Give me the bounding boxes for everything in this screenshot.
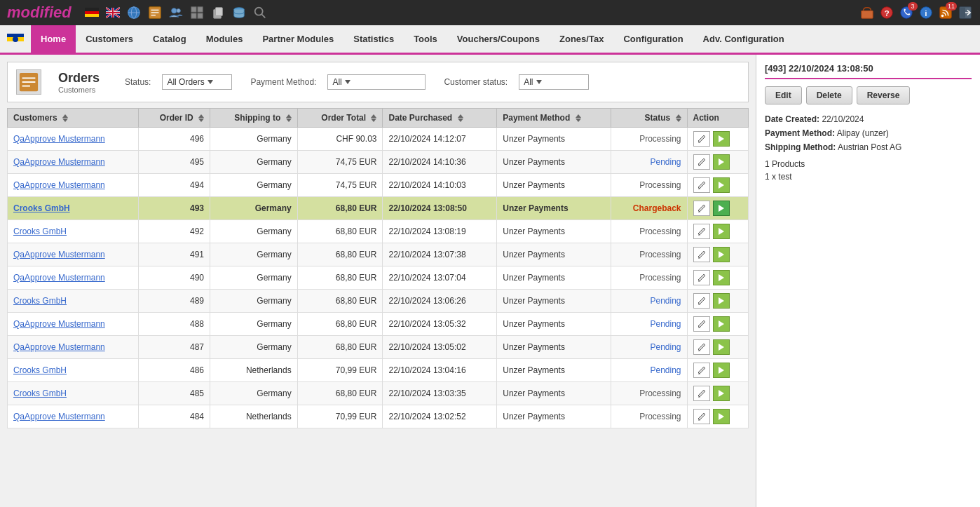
status-sort[interactable] xyxy=(676,114,681,122)
payment-method-filter[interactable]: All xyxy=(327,74,426,90)
edit-button[interactable] xyxy=(693,247,710,262)
status-sort-down[interactable] xyxy=(676,119,681,122)
edit-button[interactable] xyxy=(693,409,710,424)
shipping-sort[interactable] xyxy=(286,114,292,122)
edit-button[interactable] xyxy=(693,224,710,239)
total-sort-up[interactable] xyxy=(371,114,376,118)
edit-button[interactable] xyxy=(693,177,710,193)
uk-flag-icon[interactable] xyxy=(105,5,121,20)
search-icon[interactable] xyxy=(252,5,268,20)
nav-modules[interactable]: Modules xyxy=(196,25,253,53)
panel-edit-button[interactable]: Edit xyxy=(765,86,802,104)
table-row[interactable]: QaApprove Mustermann 490 Germany 68,80 E… xyxy=(8,266,749,290)
table-row[interactable]: QaApprove Mustermann 487 Germany 68,80 E… xyxy=(8,336,749,359)
shipping-sort-down[interactable] xyxy=(286,119,292,122)
table-row[interactable]: Crooks GmbH 492 Germany 68,80 EUR 22/10/… xyxy=(8,220,749,243)
date-sort-down[interactable] xyxy=(458,119,463,122)
customers-sort-down[interactable] xyxy=(62,119,68,122)
orders-icon[interactable] xyxy=(147,5,163,20)
payment-sort[interactable] xyxy=(576,114,581,122)
table-row[interactable]: QaApprove Mustermann 488 Germany 68,80 E… xyxy=(8,313,749,336)
customers-sort[interactable] xyxy=(62,114,68,122)
nav-tools[interactable]: Tools xyxy=(404,25,447,53)
go-button[interactable] xyxy=(713,177,730,193)
nav-vouchers-coupons[interactable]: Vouchers/Coupons xyxy=(447,25,550,53)
help-icon[interactable]: ? xyxy=(879,5,894,20)
go-button[interactable] xyxy=(713,409,730,424)
payment-method-select[interactable]: All xyxy=(327,74,426,90)
nav-zones-tax[interactable]: Zones/Tax xyxy=(550,25,613,53)
rss-icon[interactable]: 11 xyxy=(938,5,953,20)
date-sort[interactable] xyxy=(458,114,463,122)
total-sort-down[interactable] xyxy=(371,119,376,122)
database-icon[interactable] xyxy=(231,5,247,20)
status-filter[interactable]: All Orders xyxy=(162,74,232,90)
phone-icon[interactable]: 3 xyxy=(899,5,914,20)
table-row[interactable]: Crooks GmbH 486 Netherlands 70,99 EUR 22… xyxy=(8,359,749,382)
edit-button[interactable] xyxy=(693,201,710,216)
status-select[interactable]: All Orders xyxy=(162,74,232,90)
edit-button[interactable] xyxy=(693,386,710,401)
go-button[interactable] xyxy=(713,293,730,309)
status-sort-up[interactable] xyxy=(676,114,681,118)
table-row[interactable]: QaApprove Mustermann 484 Netherlands 70,… xyxy=(8,405,749,428)
table-row[interactable]: QaApprove Mustermann 494 Germany 74,75 E… xyxy=(8,174,749,197)
nav-catalog[interactable]: Catalog xyxy=(143,25,196,53)
users-icon[interactable] xyxy=(168,5,184,20)
customers-sort-up[interactable] xyxy=(62,114,68,118)
edit-button[interactable] xyxy=(693,270,710,285)
edit-button[interactable] xyxy=(693,154,710,170)
panel-products: 1 Products 1 x test xyxy=(765,159,972,182)
go-button[interactable] xyxy=(713,339,730,355)
go-button[interactable] xyxy=(713,131,730,147)
orderid-sort-down[interactable] xyxy=(198,119,204,122)
table-row[interactable]: Crooks GmbH 489 Germany 68,80 EUR 22/10/… xyxy=(8,290,749,313)
edit-button[interactable] xyxy=(693,316,710,332)
copy-icon[interactable] xyxy=(210,5,226,20)
svg-marker-61 xyxy=(719,367,724,374)
go-button[interactable] xyxy=(713,316,730,332)
payment-sort-up[interactable] xyxy=(576,114,581,118)
go-button[interactable] xyxy=(713,270,730,285)
nav-customers[interactable]: Customers xyxy=(76,25,143,53)
table-row[interactable]: Crooks GmbH 493 Germany 68,80 EUR 22/10/… xyxy=(8,197,749,220)
nav-configuration[interactable]: Configuration xyxy=(613,25,693,53)
globe-icon[interactable] xyxy=(126,5,142,20)
go-button[interactable] xyxy=(713,386,730,401)
info-icon[interactable]: i xyxy=(918,5,934,20)
go-button[interactable] xyxy=(713,247,730,262)
table-row[interactable]: Crooks GmbH 485 Germany 68,80 EUR 22/10/… xyxy=(8,382,749,405)
nav-adv-configuration[interactable]: Adv. Configuration xyxy=(693,25,794,53)
go-button[interactable] xyxy=(713,154,730,170)
nav-home[interactable]: Home xyxy=(31,25,76,53)
date-sort-up[interactable] xyxy=(458,114,463,118)
customer-status-select[interactable]: All xyxy=(519,74,589,90)
de-flag-icon[interactable] xyxy=(84,5,100,20)
edit-button[interactable] xyxy=(693,363,710,378)
payment-sort-down[interactable] xyxy=(576,119,581,122)
table-body: QaApprove Mustermann 496 Germany CHF 90.… xyxy=(8,128,749,428)
customer-status-filter[interactable]: All xyxy=(519,74,589,90)
shipping-sort-up[interactable] xyxy=(286,114,292,118)
shop-icon[interactable] xyxy=(859,5,875,20)
edit-button[interactable] xyxy=(693,131,710,147)
cell-status: Processing xyxy=(611,220,687,243)
logout-icon[interactable] xyxy=(958,5,973,20)
panel-delete-button[interactable]: Delete xyxy=(806,86,852,104)
orderid-sort-up[interactable] xyxy=(198,114,204,118)
edit-button[interactable] xyxy=(693,293,710,309)
layout-icon[interactable] xyxy=(189,5,205,20)
table-row[interactable]: QaApprove Mustermann 491 Germany 68,80 E… xyxy=(8,243,749,266)
total-sort[interactable] xyxy=(371,114,376,122)
cell-order-id: 492 xyxy=(139,220,210,243)
go-button[interactable] xyxy=(713,224,730,239)
table-row[interactable]: QaApprove Mustermann 495 Germany 74,75 E… xyxy=(8,151,749,174)
nav-partner-modules[interactable]: Partner Modules xyxy=(252,25,343,53)
orderid-sort[interactable] xyxy=(198,114,204,122)
edit-button[interactable] xyxy=(693,339,710,355)
table-row[interactable]: QaApprove Mustermann 496 Germany CHF 90.… xyxy=(8,128,749,151)
go-button[interactable] xyxy=(713,363,730,378)
nav-statistics[interactable]: Statistics xyxy=(343,25,404,53)
go-button[interactable] xyxy=(713,201,730,216)
panel-reverse-button[interactable]: Reverse xyxy=(857,86,911,104)
